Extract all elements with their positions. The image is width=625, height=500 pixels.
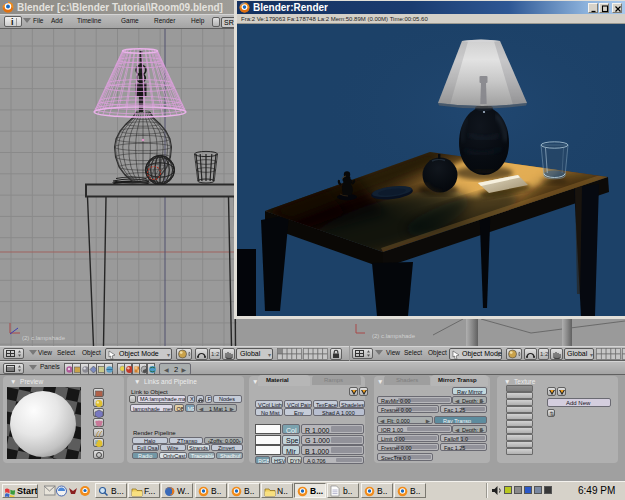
svg-text:(2) c.lampshade: (2) c.lampshade	[22, 335, 66, 341]
svg-text:(2) c.lampshade: (2) c.lampshade	[372, 333, 416, 339]
